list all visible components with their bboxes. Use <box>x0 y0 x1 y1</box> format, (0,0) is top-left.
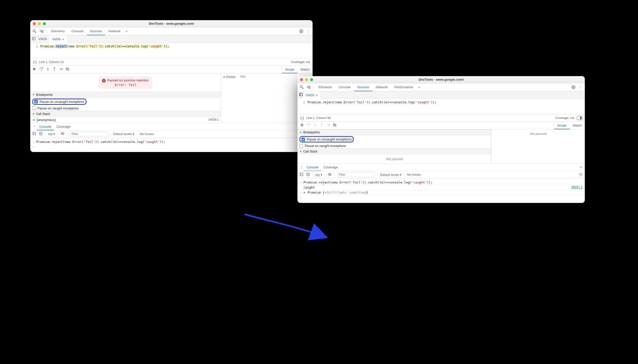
inspect-element-icon[interactable] <box>31 28 38 35</box>
settings-gear-icon[interactable] <box>570 84 577 90</box>
drawer-console-tab[interactable]: Console <box>304 164 321 171</box>
breakpoints-header[interactable]: ▼ Breakpoints <box>30 92 221 98</box>
more-tabs-button[interactable]: » <box>417 83 421 91</box>
context-selector[interactable]: top ▾ <box>315 173 322 177</box>
inspect-element-icon[interactable] <box>298 84 305 90</box>
drawer-menu-icon[interactable]: ⋮ <box>299 165 304 169</box>
more-tabs-button[interactable]: » <box>124 27 129 35</box>
tab-console[interactable]: Console <box>336 83 354 91</box>
scope-window: Win <box>240 75 246 79</box>
pause-uncaught-checkbox[interactable] <box>301 138 305 141</box>
step-out-icon[interactable] <box>320 123 324 128</box>
issues-button[interactable]: No Issues <box>407 173 421 176</box>
callstack-header[interactable]: ▼ Call Stack <box>30 111 221 117</box>
context-selector[interactable]: top ▾ <box>48 132 55 136</box>
close-tab-icon[interactable]: × <box>62 37 64 41</box>
svg-rect-17 <box>299 93 302 96</box>
callstack-header[interactable]: ▼ Call Stack <box>297 148 491 155</box>
pretty-print-icon[interactable]: {} <box>300 116 304 120</box>
console-sidebar-toggle-icon[interactable] <box>299 172 303 177</box>
breakpoints-header[interactable]: ▼ Breakpoints <box>297 129 491 135</box>
console-output[interactable]: › Promise.reject(new Error('fail')).catc… <box>297 178 585 203</box>
svg-rect-4 <box>32 37 35 40</box>
pause-uncaught-checkbox[interactable] <box>34 100 38 103</box>
close-tab-icon[interactable]: × <box>316 93 318 97</box>
kebab-menu-icon[interactable]: ⋮ <box>305 28 312 35</box>
svg-point-23 <box>329 125 330 125</box>
step-over-icon[interactable] <box>307 123 311 128</box>
scope-tab[interactable]: Scope <box>282 65 297 73</box>
device-toggle-icon[interactable] <box>306 84 312 90</box>
source-link[interactable]: VM29:1 <box>571 186 582 189</box>
live-expression-icon[interactable] <box>328 172 332 177</box>
file-tab-vm29[interactable]: VM29 × <box>303 91 320 99</box>
log-levels-selector[interactable]: Default levels ▾ <box>113 132 135 136</box>
console-sidebar-toggle-icon[interactable] <box>32 132 36 136</box>
tab-network[interactable]: Network <box>373 83 391 91</box>
tab-console[interactable]: Console <box>68 27 86 35</box>
navigator-toggle-icon[interactable] <box>32 37 36 41</box>
scope-tab[interactable]: Scope <box>554 121 570 129</box>
cursor-position: Line 1, Column 13 <box>39 60 64 64</box>
code-editor[interactable]: 1 Promise.reject(new Error('fail')).catc… <box>30 43 313 58</box>
stack-frame-name: (anonymous) <box>37 118 56 122</box>
line-number: 1 <box>30 44 38 48</box>
debugger-toolbar: Scope Watch <box>30 65 313 73</box>
code-editor[interactable]: 1 Promise.reject(new Error('fail')).catc… <box>297 99 585 114</box>
svg-point-12 <box>62 133 63 134</box>
console-filter-input[interactable] <box>337 172 375 177</box>
tab-elements[interactable]: Elements <box>48 27 68 35</box>
device-toggle-icon[interactable] <box>38 28 45 35</box>
pause-caught-checkbox[interactable] <box>299 144 303 148</box>
step-out-icon[interactable] <box>52 67 56 72</box>
tab-elements[interactable]: Elements <box>315 83 335 91</box>
resume-icon[interactable] <box>33 67 37 72</box>
tab-network[interactable]: Network <box>106 27 124 35</box>
issues-button[interactable]: No Issues <box>140 132 154 136</box>
close-drawer-icon[interactable]: × <box>578 165 583 169</box>
svg-point-3 <box>301 31 302 32</box>
clear-console-icon[interactable] <box>306 172 310 177</box>
step-icon[interactable] <box>326 123 330 128</box>
console-output[interactable]: › Promise.reject(new Error('fail')).catc… <box>30 138 313 152</box>
console-settings-icon[interactable] <box>579 172 583 177</box>
live-expression-icon[interactable] <box>60 132 65 136</box>
settings-gear-icon[interactable] <box>298 28 305 35</box>
step-into-icon[interactable] <box>46 67 50 72</box>
log-levels-selector[interactable]: Default levels ▾ <box>380 173 402 177</box>
tab-sources[interactable]: Sources <box>354 83 372 91</box>
deactivate-breakpoints-icon[interactable] <box>333 123 337 128</box>
file-tab-label: VM29 <box>306 93 314 97</box>
drawer-coverage-tab[interactable]: Coverage <box>321 164 340 171</box>
tab-performance[interactable]: Performance <box>391 83 416 91</box>
tab-sources[interactable]: Sources <box>87 27 105 35</box>
clear-console-icon[interactable] <box>39 132 43 136</box>
svg-rect-5 <box>33 68 34 70</box>
file-tab-vm39[interactable]: VM39 × <box>49 35 67 43</box>
drawer-coverage-tab[interactable]: Coverage <box>54 123 73 130</box>
input-caret-icon: › <box>300 180 303 184</box>
console-input-line: Promise.reject(new Error('fail')).catch(… <box>303 180 433 184</box>
disclosure-triangle-icon: ▼ <box>32 112 35 115</box>
console-filter-input[interactable] <box>70 132 108 137</box>
file-tab-vm30[interactable]: VM30 <box>36 35 49 43</box>
drawer-menu-icon[interactable]: ⋮ <box>32 125 37 129</box>
pause-caught-checkbox[interactable] <box>32 106 36 110</box>
step-into-icon[interactable] <box>313 123 317 128</box>
drawer-tabs: ⋮ Console Coverage <box>30 123 313 130</box>
stack-frame[interactable]: ➔ (anonymous) VM39:1 <box>30 117 221 123</box>
navigator-toggle-icon[interactable] <box>299 93 303 97</box>
panel-layout-icon[interactable] <box>577 116 582 120</box>
deactivate-breakpoints-icon[interactable] <box>66 67 70 72</box>
step-over-icon[interactable] <box>39 67 43 72</box>
drawer-console-tab[interactable]: Console <box>37 123 54 130</box>
pretty-print-icon[interactable]: {} <box>33 60 37 64</box>
kebab-menu-icon[interactable]: ⋮ <box>577 84 584 90</box>
watch-tab[interactable]: Watch <box>570 121 585 129</box>
stack-frame-location: VM39:1 <box>208 118 219 122</box>
pause-icon[interactable] <box>300 123 304 128</box>
window-titlebar: DevTools - www.google.com/ <box>30 20 313 27</box>
step-icon[interactable] <box>59 67 63 72</box>
scope-global[interactable]: Global <box>226 75 235 79</box>
watch-tab[interactable]: Watch <box>297 65 313 73</box>
